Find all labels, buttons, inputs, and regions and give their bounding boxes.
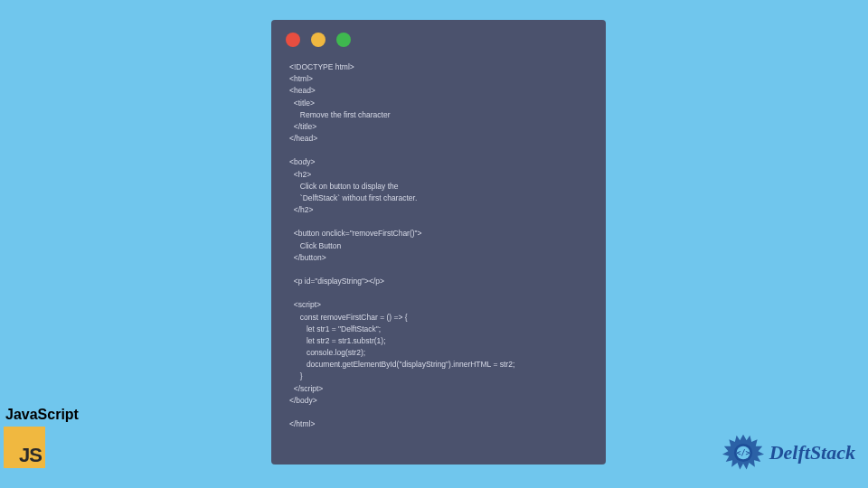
brand-text: DelftStack — [769, 441, 855, 465]
javascript-label: JavaScript — [5, 407, 79, 423]
code-window: <!DOCTYPE html> <html> <head> <title> Re… — [271, 20, 606, 465]
code-content: <!DOCTYPE html> <html> <head> <title> Re… — [284, 61, 593, 430]
javascript-logo-icon: JS — [4, 427, 45, 468]
brand-gear-icon: </> — [722, 432, 764, 474]
maximize-icon — [336, 33, 351, 47]
javascript-logo-text: JS — [19, 444, 42, 467]
javascript-badge: JavaScript JS — [4, 407, 79, 468]
close-icon — [286, 33, 300, 47]
minimize-icon — [311, 33, 326, 47]
brand: </> DelftStack — [722, 432, 855, 474]
traffic-lights — [286, 33, 593, 47]
svg-text:</>: </> — [736, 448, 750, 457]
